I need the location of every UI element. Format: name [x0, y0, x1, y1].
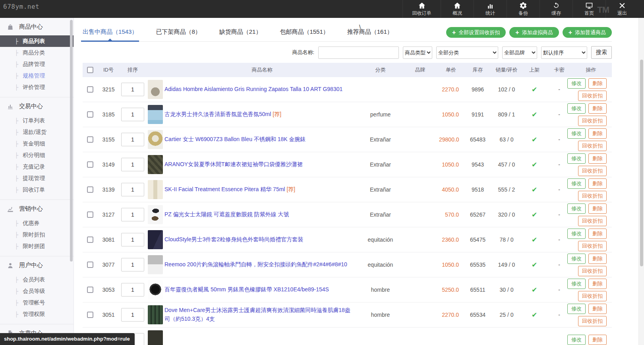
sidebar-item[interactable]: ├限时拼团	[0, 240, 73, 252]
edit-button[interactable]: 修改	[567, 128, 586, 139]
sidebar-item[interactable]: ├订单列表	[0, 115, 73, 126]
product-link[interactable]: CloudStyle男士3件套2粒修身純色外套時尚婚禮官方套裝	[164, 236, 303, 242]
sidebar-item[interactable]: ├评价管理	[0, 81, 73, 93]
sidebar-item[interactable]: ├退款/退货	[0, 126, 73, 138]
sidebar-item[interactable]: ├优惠券	[0, 217, 73, 229]
sidebar-item[interactable]: ├规格管理	[0, 70, 73, 81]
sort-input[interactable]	[121, 183, 144, 196]
sidebar-item[interactable]: ├会员等级	[0, 285, 73, 297]
delete-button[interactable]: 删除	[588, 254, 607, 264]
tab-0[interactable]: 出售中商品（1543）	[83, 23, 137, 42]
tab-4[interactable]: 推荐商品（161）	[347, 23, 393, 42]
product-link[interactable]: Cartier 女士 W69007Z3 Ballon Bleu 不锈鋼和 18K…	[164, 136, 306, 142]
sidebar-item[interactable]: ├充值记录	[0, 161, 73, 172]
product-link[interactable]: SK-II Facial Treatment Essence Pitera 精华…	[164, 186, 285, 192]
edit-button[interactable]: 修改	[567, 204, 586, 214]
sidebar-item[interactable]: ├商品分类	[0, 47, 73, 58]
type-select[interactable]: 商品类型	[403, 47, 432, 59]
sidebar-item[interactable]: ├会员列表	[0, 274, 73, 285]
recycle-discount-button[interactable]: 回收折扣	[578, 216, 607, 226]
delete-button[interactable]: 删除	[588, 103, 607, 114]
edit-button[interactable]: 修改	[567, 178, 586, 189]
row-checkbox[interactable]	[87, 287, 93, 293]
sidebar-item[interactable]: ├管理权限	[0, 308, 73, 320]
edit-button[interactable]: 修改	[567, 229, 586, 239]
product-link[interactable]: Adidas Hombre Aislamiento Gris Running Z…	[164, 86, 342, 92]
sidebar-scrollbar[interactable]	[70, 20, 73, 262]
sort-input[interactable]	[121, 283, 144, 297]
topbar-item-recycle-orders[interactable]: 回收订单	[402, 0, 441, 18]
sidebar-item[interactable]: ├商品列表	[0, 35, 73, 47]
select-all-checkbox[interactable]	[87, 67, 93, 73]
recycle-discount-button[interactable]: 回收折扣	[578, 291, 607, 301]
delete-button[interactable]: 删除	[588, 153, 607, 164]
sort-input[interactable]	[121, 108, 144, 121]
delete-button[interactable]: 删除	[588, 128, 607, 139]
sidebar-item[interactable]: ├提现管理	[0, 172, 73, 184]
add-normal-product-button[interactable]: +添加普通商品	[563, 27, 612, 38]
edit-button[interactable]: 修改	[567, 254, 586, 264]
topbar-item-statistics[interactable]: 统计	[474, 0, 507, 18]
delete-button[interactable]: 删除	[588, 78, 607, 89]
row-checkbox[interactable]	[87, 186, 93, 193]
page-scrollbar-thumb[interactable]	[640, 60, 643, 266]
brand-select[interactable]: 全部品牌	[502, 47, 537, 59]
product-link[interactable]: PZ 偏光女士太陽鏡 可遮蓋度數眼鏡 防紫外線 大號	[164, 211, 289, 217]
row-checkbox[interactable]	[87, 211, 93, 218]
recycle-discount-button[interactable]: 回收折扣	[578, 241, 607, 251]
category-select[interactable]: 全部分类	[436, 47, 498, 59]
topbar-item-logout[interactable]: 退出	[605, 0, 638, 18]
sort-input[interactable]	[121, 83, 144, 96]
topbar-item-backup[interactable]: 备份	[507, 0, 540, 18]
edit-button[interactable]: 修改	[567, 78, 586, 89]
sidebar-item[interactable]: ├管理帐号	[0, 297, 73, 308]
product-name-input[interactable]	[318, 47, 399, 59]
row-checkbox[interactable]	[87, 136, 93, 143]
recycle-discount-button[interactable]: 回收折扣	[578, 266, 607, 276]
search-button[interactable]: 搜索	[591, 46, 612, 59]
recycle-discount-button[interactable]: 回收折扣	[578, 141, 607, 151]
edit-button[interactable]: 修改	[567, 279, 586, 289]
tab-2[interactable]: 缺货商品（21）	[219, 23, 262, 42]
delete-button[interactable]: 删除	[588, 335, 607, 345]
tab-3[interactable]: 包邮商品（1551）	[280, 23, 329, 42]
sidebar-item[interactable]: ├资金明细	[0, 138, 73, 149]
product-link[interactable]: ARANOY女裝夏季休閒T卹連衣裙短袖帶口袋優雅沙灘裙	[164, 161, 303, 167]
sort-select[interactable]: 默认排序	[541, 47, 587, 59]
sidebar-item[interactable]: ├回收订单	[0, 184, 73, 196]
sidebar-group-title-marketing-center[interactable]: 营销中心	[0, 200, 73, 217]
edit-button[interactable]: 修改	[567, 335, 586, 345]
delete-button[interactable]: 删除	[588, 178, 607, 189]
recycle-discount-button[interactable]: 回收折扣	[578, 191, 607, 201]
sidebar-group-title-trade-center[interactable]: 交易中心	[0, 97, 73, 115]
recycle-discount-button[interactable]: 回收折扣	[578, 316, 607, 326]
product-link[interactable]: Reemoo 200片釣魚滾輪軸承鬥自轉，附安全扣接頭釣魚配件#2#4#6#8#…	[164, 261, 347, 267]
page-scrollbar-track[interactable]	[638, 18, 644, 345]
product-link[interactable]: 百年靈復仇者颶風 50mm 男錶黑色橡膠錶帶 XB1210E4/be89-154…	[164, 286, 329, 293]
sort-input[interactable]	[121, 308, 144, 322]
delete-button[interactable]: 删除	[588, 229, 607, 239]
sidebar-group-title-product-center[interactable]: 商品中心	[0, 18, 73, 35]
tab-1[interactable]: 已下架商品（8）	[156, 23, 201, 42]
sort-input[interactable]	[121, 233, 144, 246]
delete-button[interactable]: 删除	[588, 279, 607, 289]
row-checkbox[interactable]	[87, 312, 93, 318]
product-link[interactable]: Dove Men+Care男士沐浴露男士護膚超清爽有效清潔細菌同時滋養肌膚18盎…	[164, 307, 350, 322]
sidebar-item[interactable]: ├品牌管理	[0, 58, 73, 70]
row-checkbox[interactable]	[87, 161, 93, 168]
set-all-recycle-discount-button[interactable]: +全部设置回收折扣	[446, 27, 506, 38]
recycle-discount-button[interactable]: 回收折扣	[578, 166, 607, 176]
recycle-discount-button[interactable]: 回收折扣	[578, 116, 607, 126]
sidebar-item[interactable]: ├积分明细	[0, 149, 73, 161]
delete-button[interactable]: 删除	[588, 304, 607, 314]
row-checkbox[interactable]	[87, 111, 93, 118]
sort-input[interactable]	[121, 158, 144, 171]
sidebar-item[interactable]: ├限时折扣	[0, 229, 73, 240]
topbar-item-homepage[interactable]: 首页	[572, 0, 605, 18]
row-checkbox[interactable]	[87, 236, 93, 243]
edit-button[interactable]: 修改	[567, 153, 586, 164]
topbar-item-overview[interactable]: 概况	[441, 0, 474, 18]
sidebar-group-title-user-center[interactable]: 用户中心	[0, 256, 73, 274]
row-checkbox[interactable]	[87, 262, 93, 268]
add-virtual-product-button[interactable]: +添加虚拟商品	[509, 27, 559, 38]
